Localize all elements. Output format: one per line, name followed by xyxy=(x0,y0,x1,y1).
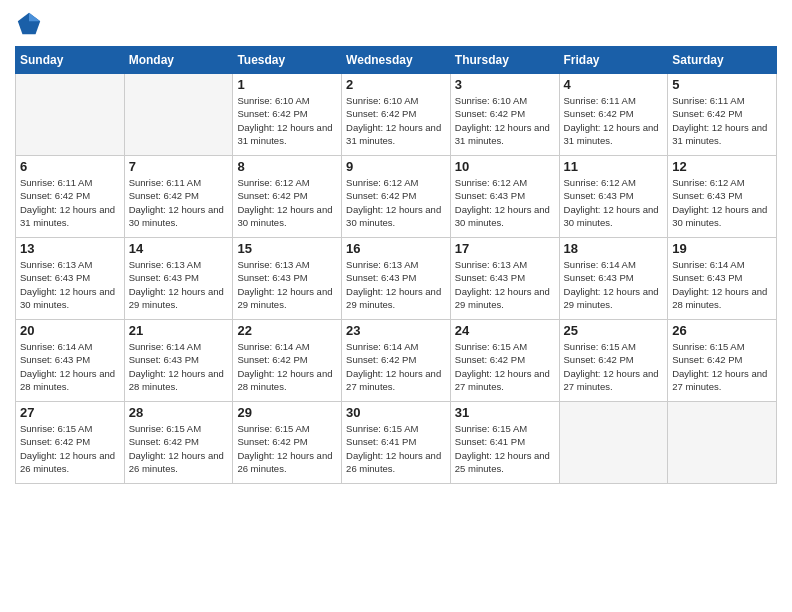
day-number: 7 xyxy=(129,159,229,174)
calendar-week-3: 13Sunrise: 6:13 AMSunset: 6:43 PMDayligh… xyxy=(16,238,777,320)
calendar-week-4: 20Sunrise: 6:14 AMSunset: 6:43 PMDayligh… xyxy=(16,320,777,402)
calendar-cell: 16Sunrise: 6:13 AMSunset: 6:43 PMDayligh… xyxy=(342,238,451,320)
calendar-cell: 17Sunrise: 6:13 AMSunset: 6:43 PMDayligh… xyxy=(450,238,559,320)
day-info: Sunrise: 6:14 AMSunset: 6:42 PMDaylight:… xyxy=(346,340,446,393)
day-info: Sunrise: 6:15 AMSunset: 6:42 PMDaylight:… xyxy=(564,340,664,393)
day-number: 30 xyxy=(346,405,446,420)
calendar-cell: 5Sunrise: 6:11 AMSunset: 6:42 PMDaylight… xyxy=(668,74,777,156)
calendar-cell: 20Sunrise: 6:14 AMSunset: 6:43 PMDayligh… xyxy=(16,320,125,402)
day-info: Sunrise: 6:14 AMSunset: 6:43 PMDaylight:… xyxy=(129,340,229,393)
weekday-header-friday: Friday xyxy=(559,47,668,74)
day-number: 14 xyxy=(129,241,229,256)
day-info: Sunrise: 6:13 AMSunset: 6:43 PMDaylight:… xyxy=(346,258,446,311)
calendar-cell: 9Sunrise: 6:12 AMSunset: 6:42 PMDaylight… xyxy=(342,156,451,238)
day-info: Sunrise: 6:12 AMSunset: 6:42 PMDaylight:… xyxy=(237,176,337,229)
day-info: Sunrise: 6:15 AMSunset: 6:42 PMDaylight:… xyxy=(672,340,772,393)
day-info: Sunrise: 6:14 AMSunset: 6:43 PMDaylight:… xyxy=(20,340,120,393)
day-info: Sunrise: 6:13 AMSunset: 6:43 PMDaylight:… xyxy=(237,258,337,311)
day-number: 9 xyxy=(346,159,446,174)
day-info: Sunrise: 6:15 AMSunset: 6:42 PMDaylight:… xyxy=(20,422,120,475)
day-info: Sunrise: 6:13 AMSunset: 6:43 PMDaylight:… xyxy=(455,258,555,311)
day-number: 8 xyxy=(237,159,337,174)
day-info: Sunrise: 6:13 AMSunset: 6:43 PMDaylight:… xyxy=(129,258,229,311)
calendar-cell xyxy=(124,74,233,156)
calendar-cell: 2Sunrise: 6:10 AMSunset: 6:42 PMDaylight… xyxy=(342,74,451,156)
day-info: Sunrise: 6:12 AMSunset: 6:42 PMDaylight:… xyxy=(346,176,446,229)
day-number: 25 xyxy=(564,323,664,338)
day-info: Sunrise: 6:11 AMSunset: 6:42 PMDaylight:… xyxy=(129,176,229,229)
day-number: 27 xyxy=(20,405,120,420)
calendar-cell: 7Sunrise: 6:11 AMSunset: 6:42 PMDaylight… xyxy=(124,156,233,238)
day-info: Sunrise: 6:15 AMSunset: 6:42 PMDaylight:… xyxy=(129,422,229,475)
calendar-cell xyxy=(16,74,125,156)
day-info: Sunrise: 6:14 AMSunset: 6:42 PMDaylight:… xyxy=(237,340,337,393)
calendar-cell: 8Sunrise: 6:12 AMSunset: 6:42 PMDaylight… xyxy=(233,156,342,238)
calendar-cell: 29Sunrise: 6:15 AMSunset: 6:42 PMDayligh… xyxy=(233,402,342,484)
day-info: Sunrise: 6:10 AMSunset: 6:42 PMDaylight:… xyxy=(455,94,555,147)
day-number: 4 xyxy=(564,77,664,92)
logo xyxy=(15,10,47,38)
weekday-header-thursday: Thursday xyxy=(450,47,559,74)
day-info: Sunrise: 6:13 AMSunset: 6:43 PMDaylight:… xyxy=(20,258,120,311)
day-number: 28 xyxy=(129,405,229,420)
weekday-header-wednesday: Wednesday xyxy=(342,47,451,74)
day-info: Sunrise: 6:12 AMSunset: 6:43 PMDaylight:… xyxy=(564,176,664,229)
calendar-week-5: 27Sunrise: 6:15 AMSunset: 6:42 PMDayligh… xyxy=(16,402,777,484)
day-number: 20 xyxy=(20,323,120,338)
weekday-header-monday: Monday xyxy=(124,47,233,74)
calendar-cell: 11Sunrise: 6:12 AMSunset: 6:43 PMDayligh… xyxy=(559,156,668,238)
day-info: Sunrise: 6:12 AMSunset: 6:43 PMDaylight:… xyxy=(455,176,555,229)
day-info: Sunrise: 6:12 AMSunset: 6:43 PMDaylight:… xyxy=(672,176,772,229)
day-info: Sunrise: 6:11 AMSunset: 6:42 PMDaylight:… xyxy=(672,94,772,147)
weekday-header-row: SundayMondayTuesdayWednesdayThursdayFrid… xyxy=(16,47,777,74)
day-number: 19 xyxy=(672,241,772,256)
day-number: 21 xyxy=(129,323,229,338)
day-number: 31 xyxy=(455,405,555,420)
day-info: Sunrise: 6:10 AMSunset: 6:42 PMDaylight:… xyxy=(346,94,446,147)
calendar-cell: 12Sunrise: 6:12 AMSunset: 6:43 PMDayligh… xyxy=(668,156,777,238)
calendar-cell: 6Sunrise: 6:11 AMSunset: 6:42 PMDaylight… xyxy=(16,156,125,238)
day-info: Sunrise: 6:15 AMSunset: 6:42 PMDaylight:… xyxy=(455,340,555,393)
header xyxy=(15,10,777,38)
day-number: 26 xyxy=(672,323,772,338)
calendar-week-1: 1Sunrise: 6:10 AMSunset: 6:42 PMDaylight… xyxy=(16,74,777,156)
calendar-cell: 21Sunrise: 6:14 AMSunset: 6:43 PMDayligh… xyxy=(124,320,233,402)
calendar-cell: 26Sunrise: 6:15 AMSunset: 6:42 PMDayligh… xyxy=(668,320,777,402)
day-number: 2 xyxy=(346,77,446,92)
calendar-cell: 28Sunrise: 6:15 AMSunset: 6:42 PMDayligh… xyxy=(124,402,233,484)
day-info: Sunrise: 6:11 AMSunset: 6:42 PMDaylight:… xyxy=(564,94,664,147)
day-number: 13 xyxy=(20,241,120,256)
day-info: Sunrise: 6:14 AMSunset: 6:43 PMDaylight:… xyxy=(672,258,772,311)
calendar-cell: 13Sunrise: 6:13 AMSunset: 6:43 PMDayligh… xyxy=(16,238,125,320)
calendar-cell: 22Sunrise: 6:14 AMSunset: 6:42 PMDayligh… xyxy=(233,320,342,402)
calendar-cell: 24Sunrise: 6:15 AMSunset: 6:42 PMDayligh… xyxy=(450,320,559,402)
calendar-cell: 18Sunrise: 6:14 AMSunset: 6:43 PMDayligh… xyxy=(559,238,668,320)
day-number: 12 xyxy=(672,159,772,174)
day-number: 23 xyxy=(346,323,446,338)
day-info: Sunrise: 6:14 AMSunset: 6:43 PMDaylight:… xyxy=(564,258,664,311)
day-info: Sunrise: 6:15 AMSunset: 6:41 PMDaylight:… xyxy=(346,422,446,475)
calendar-cell: 14Sunrise: 6:13 AMSunset: 6:43 PMDayligh… xyxy=(124,238,233,320)
page: SundayMondayTuesdayWednesdayThursdayFrid… xyxy=(0,0,792,612)
day-number: 22 xyxy=(237,323,337,338)
calendar-cell: 4Sunrise: 6:11 AMSunset: 6:42 PMDaylight… xyxy=(559,74,668,156)
day-number: 1 xyxy=(237,77,337,92)
calendar-cell: 10Sunrise: 6:12 AMSunset: 6:43 PMDayligh… xyxy=(450,156,559,238)
calendar-cell: 23Sunrise: 6:14 AMSunset: 6:42 PMDayligh… xyxy=(342,320,451,402)
calendar-week-2: 6Sunrise: 6:11 AMSunset: 6:42 PMDaylight… xyxy=(16,156,777,238)
day-number: 17 xyxy=(455,241,555,256)
day-number: 16 xyxy=(346,241,446,256)
weekday-header-saturday: Saturday xyxy=(668,47,777,74)
svg-marker-1 xyxy=(29,13,40,21)
calendar-cell: 30Sunrise: 6:15 AMSunset: 6:41 PMDayligh… xyxy=(342,402,451,484)
logo-icon xyxy=(15,10,43,38)
day-info: Sunrise: 6:15 AMSunset: 6:41 PMDaylight:… xyxy=(455,422,555,475)
day-number: 6 xyxy=(20,159,120,174)
weekday-header-sunday: Sunday xyxy=(16,47,125,74)
calendar-cell: 19Sunrise: 6:14 AMSunset: 6:43 PMDayligh… xyxy=(668,238,777,320)
weekday-header-tuesday: Tuesday xyxy=(233,47,342,74)
day-number: 3 xyxy=(455,77,555,92)
day-number: 24 xyxy=(455,323,555,338)
day-number: 11 xyxy=(564,159,664,174)
calendar-cell: 27Sunrise: 6:15 AMSunset: 6:42 PMDayligh… xyxy=(16,402,125,484)
